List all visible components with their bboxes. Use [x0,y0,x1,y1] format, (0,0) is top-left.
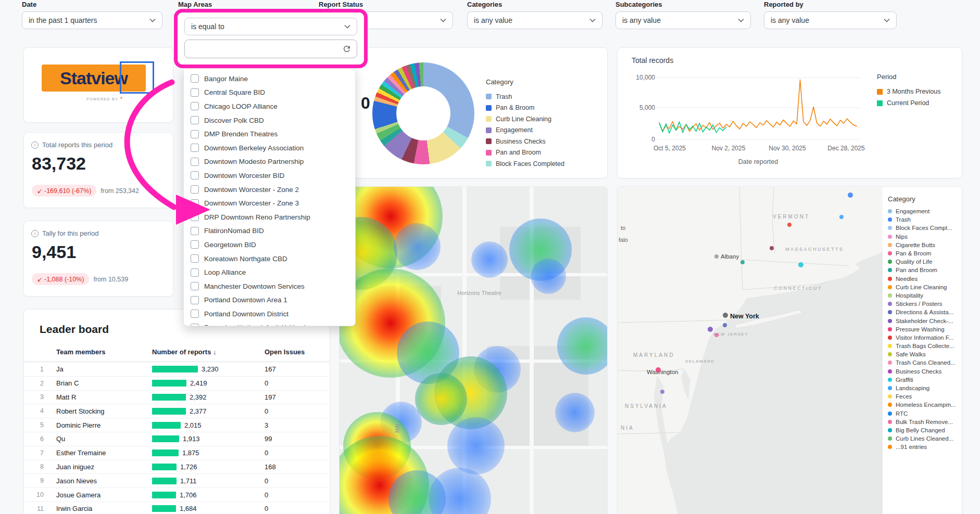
legend-item[interactable]: Pan & Broom [486,102,564,114]
map-data-point[interactable] [740,260,745,264]
checkbox-icon[interactable] [191,268,199,277]
legend-item[interactable]: Curb Lines Cleaned... [888,434,960,443]
info-icon[interactable] [31,142,39,149]
checkbox-icon[interactable] [191,227,199,235]
map-data-point[interactable] [770,246,774,250]
table-row[interactable]: 6Qu1,91399 [24,432,330,446]
legend-item[interactable]: Curb Line Cleaning [888,283,960,291]
legend-item[interactable]: Block Faces Compl... [888,224,960,232]
checkbox-icon[interactable] [191,282,199,290]
legend-item[interactable]: Stakeholder Check-... [888,316,960,325]
legend-item[interactable]: Quality of Life [888,258,960,266]
legend-item[interactable]: Current Period [877,97,941,109]
map-area-option[interactable]: DMP Brenden Theatres [184,127,355,141]
map-areas-operator-select[interactable]: is equal to [184,18,357,35]
map-area-option[interactable]: Loop Alliance [184,265,355,279]
category-donut-chart[interactable] [372,62,474,164]
checkbox-icon[interactable] [191,88,199,97]
map-data-point[interactable] [714,333,719,337]
map-data-point[interactable] [714,254,719,259]
map-area-option[interactable]: Georgetown BID [184,238,355,252]
checkbox-icon[interactable] [191,185,199,194]
checkbox-icon[interactable] [191,102,199,110]
map-area-option[interactable]: Downtown Berkeley Association [184,141,355,155]
legend-item[interactable]: ...91 entries [888,443,960,451]
checkbox-icon[interactable] [191,310,199,318]
legend-item[interactable]: Stickers / Posters [888,300,960,308]
legend-item[interactable]: Block Faces Completed [486,158,564,170]
checkbox-icon[interactable] [191,158,199,166]
map-area-option[interactable]: Downtown Worcester - Zone 2 [184,183,355,197]
legend-item[interactable]: Pan and Broom [888,266,960,274]
map-area-option[interactable]: Discover Polk CBD [184,113,355,127]
legend-item[interactable]: Trash [486,91,564,102]
refresh-icon[interactable] [342,44,351,54]
legend-item[interactable]: Business Checks [486,136,564,147]
map-area-option[interactable]: Koreatown Northgate CBD [184,252,355,266]
checkbox-icon[interactable] [191,254,199,263]
map-area-option[interactable]: Downtown Worcester - Zone 3 [184,196,355,210]
map-area-option[interactable]: Manchester Downtown Services [184,279,355,293]
legend-item[interactable]: Engagement [888,207,960,215]
filter-date-select[interactable]: in the past 1 quarters [22,11,162,29]
legend-item[interactable]: Directions & Assista... [888,308,960,316]
checkbox-icon[interactable] [191,240,199,249]
checkbox-icon[interactable] [191,199,199,208]
map-data-point[interactable] [660,390,664,394]
table-row[interactable]: 10Josue Gamera1,7060 [24,488,330,502]
legend-item[interactable]: Business Checks [888,367,960,376]
legend-item[interactable]: Pan & Broom [888,249,960,258]
legend-item[interactable]: Needles [888,275,960,283]
legend-item[interactable]: 3 Months Previous [877,86,941,97]
checkbox-icon[interactable] [191,296,199,304]
legend-item[interactable]: Pan and Broom [486,147,564,159]
map-area-option[interactable]: Portland Downtown Area 1 [184,293,355,307]
map-areas-search-input[interactable] [190,45,342,53]
map-data-point[interactable] [798,262,803,267]
filter-subcategories-select[interactable]: is any value [615,11,751,29]
map-area-option[interactable]: Downtown Modesto Partnership [184,155,355,169]
map-area-option[interactable]: Portland Downtown District [184,307,355,321]
col-open-issues[interactable]: Open Issues [265,348,330,356]
map-area-option[interactable]: FlatironNomad BID [184,224,355,238]
table-row[interactable]: 8Juan iniguez1,726168 [24,460,330,474]
legend-item[interactable]: Graffiti [888,376,960,384]
checkbox-icon[interactable] [191,144,199,152]
filter-reported-by-select[interactable]: is any value [764,11,897,29]
legend-item[interactable]: Safe Walks [888,350,960,358]
legend-item[interactable]: RTC [888,409,960,418]
legend-item[interactable]: Curb Line Cleaning [486,113,564,125]
map-data-point[interactable] [787,223,791,227]
info-icon[interactable] [31,230,39,237]
checkbox-icon[interactable] [191,324,199,326]
geo-map[interactable]: tofaloVERMONTMASSACHUSETTSCONNECTICUTAlb… [618,187,884,514]
map-area-option[interactable]: Chicago LOOP Alliance [184,99,355,113]
col-number-of-reports[interactable]: Number of reports ↓ [152,348,265,356]
map-area-option[interactable]: Bangor Maine [184,72,355,86]
map-data-point[interactable] [708,327,713,332]
report-heatmap-card[interactable]: Horizons Theatre NW [339,186,608,514]
legend-item[interactable]: Feces [888,392,960,401]
col-team-members[interactable]: Team members [52,348,152,356]
map-area-option[interactable]: Downtown Worcester BID [184,169,355,183]
map-data-point[interactable] [839,215,844,219]
checkbox-icon[interactable] [191,74,199,83]
legend-item[interactable]: Trash [888,215,960,224]
table-row[interactable]: 4Robert Stocking2,3770 [24,404,330,418]
legend-item[interactable]: Landscaping [888,384,960,392]
table-row[interactable]: 3Matt R2,392197 [24,391,330,405]
filter-categories-select[interactable]: is any value [467,11,602,29]
map-data-point[interactable] [723,323,727,327]
map-area-option[interactable]: Central Square BID [184,86,355,100]
legend-item[interactable]: Pressure Washing [888,325,960,333]
legend-item[interactable]: Bulk Trash Remove... [888,418,960,426]
table-row[interactable]: 11Irwin Garcia1,6840 [24,502,330,514]
legend-item[interactable]: Engagement [486,125,564,136]
map-data-point[interactable] [656,367,661,372]
table-row[interactable]: 5Dominic Pierre2,0153 [24,418,330,432]
legend-item[interactable]: Trash Bags Collecte... [888,342,960,350]
table-row[interactable]: 2Brian C2,4190 [24,377,330,391]
checkbox-icon[interactable] [191,116,199,124]
map-data-point[interactable] [848,192,853,198]
checkbox-icon[interactable] [191,130,199,138]
